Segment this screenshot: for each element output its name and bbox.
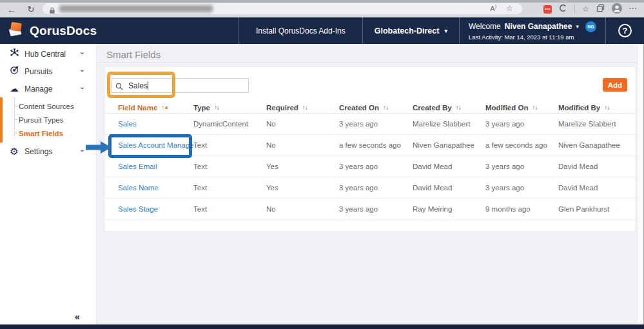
- title-divider: [97, 62, 636, 63]
- search-input[interactable]: [111, 78, 249, 93]
- text-cursor: [148, 81, 148, 90]
- redacted-url: [59, 5, 213, 12]
- sidebar-item-manage[interactable]: ☁ Manage ⌄: [0, 80, 96, 97]
- browser-menu-icon[interactable]: ···: [629, 5, 638, 14]
- field-name-link[interactable]: Sales: [118, 120, 193, 128]
- sidebar-collapse-icon[interactable]: «: [75, 312, 80, 322]
- user-name: Niven Ganapathee: [505, 22, 572, 31]
- app-header: QorusDocs Install QorusDocs Add-Ins Glob…: [0, 17, 644, 44]
- help-button[interactable]: ?: [605, 17, 644, 44]
- chevron-down-icon: ⌄: [79, 65, 85, 74]
- table-row: Sales DynamicContent No 3 years ago Mare…: [105, 114, 635, 135]
- column-header-field-name[interactable]: Field Name ↑ a: [118, 104, 193, 112]
- favorites-bar-icon[interactable]: ☆: [582, 5, 589, 14]
- cell-modified-by: Glen Pankhurst: [558, 205, 635, 213]
- org-selector-label: Globatech-Direct: [375, 26, 440, 35]
- sidebar-item-pursuit-types[interactable]: Pursuit Types: [0, 113, 96, 126]
- lock-icon: [49, 5, 55, 17]
- sort-icon: ↑↓: [456, 104, 461, 111]
- cell-created-by: Marelize Slabbert: [413, 120, 485, 128]
- page-title: Smart Fields: [106, 49, 161, 60]
- cell-modified-by: David Mead: [558, 163, 635, 170]
- sort-icon: ↑↓: [604, 104, 609, 111]
- column-header-type[interactable]: Type ↑↓: [193, 104, 266, 112]
- column-header-required[interactable]: Required ↑↓: [266, 104, 339, 112]
- table-row: Sales Name Text Yes 3 years ago David Me…: [105, 177, 635, 199]
- add-favorite-icon[interactable]: ☆: [506, 4, 513, 13]
- red-extension-icon[interactable]: •••: [543, 5, 552, 14]
- install-addins-link[interactable]: Install QorusDocs Add-Ins: [239, 17, 362, 44]
- cell-modified-by: Niven Ganapathee: [558, 141, 635, 149]
- cell-modified-by: Marelize Slabbert: [558, 120, 635, 128]
- collections-icon[interactable]: [596, 4, 605, 14]
- chevron-down-icon: ▾: [444, 28, 447, 34]
- sidebar-item-settings[interactable]: ⚙ Settings ⌄: [0, 143, 96, 160]
- sort-icon: ↑↓: [214, 104, 219, 111]
- chevron-down-icon: ⌄: [79, 48, 85, 56]
- hub-icon: [9, 48, 19, 60]
- table-row: Sales Stage Text No 3 years ago Ray Meir…: [105, 199, 635, 220]
- qorusdocs-logo-icon: [8, 22, 25, 40]
- chevron-down-icon: ⌄: [79, 145, 85, 154]
- browser-toolbar-right: ••• ☆ ···: [543, 3, 638, 15]
- window-bottom-edge: [0, 324, 644, 329]
- cloud-icon: ☁: [9, 84, 19, 94]
- chevron-down-icon: ▾: [576, 23, 579, 30]
- field-name-link[interactable]: Sales Name: [118, 184, 193, 192]
- field-name-link[interactable]: Sales Stage: [118, 205, 193, 213]
- cell-created-on: a few seconds ago: [339, 141, 413, 149]
- table-header-row: Field Name ↑ a Type ↑↓ Required ↑↓ Creat…: [105, 102, 635, 114]
- browser-toolbar: ← ↻ A) ☆ ••• ☆ ···: [0, 0, 644, 17]
- help-icon: ?: [618, 24, 632, 37]
- cell-modified-on: a few seconds ago: [485, 141, 558, 149]
- cell-created-on: 3 years ago: [339, 163, 413, 170]
- table-row: Sales Account Manager Na... Text No a fe…: [105, 135, 635, 156]
- field-name-link[interactable]: Sales Email: [118, 163, 193, 170]
- scrollbar[interactable]: [637, 44, 643, 324]
- cell-required: No: [266, 205, 339, 213]
- smart-fields-card: Add Field Name ↑ a Type ↑↓ Required ↑↓ C…: [105, 67, 635, 231]
- tree-dash: [15, 133, 17, 134]
- sort-ascending-suffix: a: [165, 105, 168, 110]
- sidebar-item-smart-fields[interactable]: Smart Fields: [0, 126, 96, 140]
- manage-subtree: Content Sources Pursuit Types Smart Fiel…: [0, 97, 96, 143]
- org-selector[interactable]: Globatech-Direct ▾: [362, 17, 459, 44]
- search-icon: [115, 81, 123, 93]
- toolbar-divider: [574, 5, 575, 14]
- sort-ascending-icon: ↑: [161, 104, 164, 111]
- column-header-modified-on[interactable]: Modified On ↑↓: [485, 104, 558, 112]
- browser-back-icon[interactable]: ←: [5, 4, 18, 15]
- column-header-created-by[interactable]: Created By ↑↓: [413, 104, 485, 112]
- sidebar-item-label: Settings: [24, 147, 52, 156]
- sidebar-item-content-sources[interactable]: Content Sources: [0, 99, 96, 113]
- cell-type: DynamicContent: [193, 120, 266, 128]
- cell-created-on: 3 years ago: [339, 184, 413, 192]
- field-name-link[interactable]: Sales Account Manager Na...: [118, 141, 193, 149]
- qorusdocs-logo[interactable]: QorusDocs: [0, 17, 239, 44]
- tree-dash: [15, 106, 17, 106]
- cell-modified-on: 9 months ago: [485, 205, 558, 213]
- sidebar-item-pursuits[interactable]: Pursuits ⌄: [0, 63, 96, 80]
- user-avatar[interactable]: NG: [585, 21, 596, 32]
- column-header-modified-by[interactable]: Modified By ↑↓: [558, 104, 635, 112]
- cell-created-by: David Mead: [413, 184, 485, 192]
- welcome-prefix: Welcome: [469, 22, 501, 31]
- add-button[interactable]: Add: [603, 78, 627, 92]
- cell-created-on: 3 years ago: [339, 205, 413, 213]
- user-menu[interactable]: Welcome Niven Ganapathee ▾ NG Last Activ…: [459, 17, 605, 44]
- extension-ring-icon[interactable]: [559, 4, 567, 14]
- chevron-down-icon: ⌄: [79, 83, 85, 91]
- browser-reload-icon[interactable]: ↻: [24, 4, 37, 15]
- sort-icon: ↑↓: [532, 104, 537, 111]
- address-bar[interactable]: A) ☆: [43, 3, 522, 14]
- search-box: [111, 78, 249, 93]
- cell-required: No: [266, 120, 339, 128]
- read-aloud-icon[interactable]: A): [490, 4, 496, 12]
- sidebar-item-hub-central[interactable]: Hub Central ⌄: [0, 45, 96, 63]
- browser-profile-icon[interactable]: [612, 3, 622, 15]
- sidebar-subitem-label: Content Sources: [19, 103, 74, 110]
- sort-icon: ↑↓: [302, 104, 307, 111]
- column-header-created-on[interactable]: Created On ↑↓: [339, 104, 413, 112]
- screenshot-root: ← ↻ A) ☆ ••• ☆ ···: [0, 0, 644, 329]
- logo-wordmark: QorusDocs: [30, 24, 97, 38]
